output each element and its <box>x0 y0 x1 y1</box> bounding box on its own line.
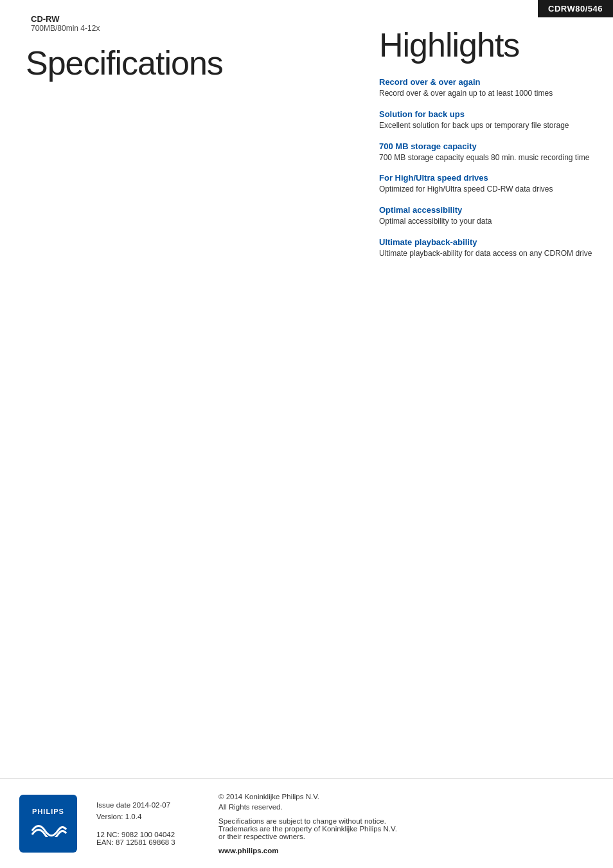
nc-ean: 12 NC: 9082 100 04042 EAN: 87 12581 6986… <box>96 831 199 846</box>
product-type: CD-RW <box>31 14 100 24</box>
highlight-item-5: Optimal accessibility Optimal accessibil… <box>379 205 594 227</box>
footer-rights: © 2014 Koninklijke Philips N.V. All Righ… <box>218 793 594 854</box>
highlight-desc-1: Record over & over again up to at least … <box>379 88 594 99</box>
footer-meta: Issue date 2014-02-07 Version: 1.0.4 12 … <box>96 801 199 846</box>
highlight-title-1: Record over & over again <box>379 77 594 87</box>
highlight-item-1: Record over & over again Record over & o… <box>379 77 594 99</box>
version: Version: 1.0.4 <box>96 813 199 820</box>
highlight-item-2: Solution for back ups Excellent solution… <box>379 109 594 131</box>
highlights-section: Highlights Record over & over again Reco… <box>379 26 594 269</box>
highlight-item-3: 700 MB storage capacity 700 MB storage c… <box>379 141 594 163</box>
footer: PHILIPS Issue date 2014-02-07 Version: 1… <box>0 778 613 868</box>
highlight-title-4: For High/Ultra speed drives <box>379 173 594 183</box>
model-bar: CDRW80/546 <box>538 0 613 17</box>
highlight-desc-4: Optimized for High/Ultra speed CD-RW dat… <box>379 184 594 195</box>
highlight-item-4: For High/Ultra speed drives Optimized fo… <box>379 173 594 195</box>
disclaimer: Specifications are subject to change wit… <box>218 817 594 840</box>
issue-date: Issue date 2014-02-07 <box>96 801 199 809</box>
highlight-desc-5: Optimal accessibility to your data <box>379 216 594 227</box>
highlight-title-6: Ultimate playback-ability <box>379 237 594 247</box>
highlight-desc-3: 700 MB storage capacity equals 80 min. m… <box>379 152 594 163</box>
highlights-title: Highlights <box>379 26 594 64</box>
highlight-title-5: Optimal accessibility <box>379 205 594 215</box>
philips-logo: PHILIPS <box>19 795 77 853</box>
model-code: CDRW80/546 <box>548 4 603 14</box>
logo-wave-icon <box>29 818 67 840</box>
copyright: © 2014 Koninklijke Philips N.V. <box>218 793 594 800</box>
product-subtype: 700MB/80min 4-12x <box>31 24 100 33</box>
product-info: CD-RW 700MB/80min 4-12x <box>31 14 100 33</box>
page-wrapper: CDRW80/546 CD-RW 700MB/80min 4-12x Speci… <box>0 0 613 868</box>
highlight-title-2: Solution for back ups <box>379 109 594 119</box>
highlight-title-3: 700 MB storage capacity <box>379 141 594 151</box>
website: www.philips.com <box>218 847 594 854</box>
specifications-title: Specifications <box>26 44 223 82</box>
all-rights: All Rights reserved. <box>218 803 594 811</box>
logo-text: PHILIPS <box>32 808 64 815</box>
highlight-desc-2: Excellent solution for back ups or tempo… <box>379 120 594 131</box>
highlight-item-6: Ultimate playback-ability Ultimate playb… <box>379 237 594 259</box>
highlight-desc-6: Ultimate playback-ability for data acces… <box>379 248 594 259</box>
